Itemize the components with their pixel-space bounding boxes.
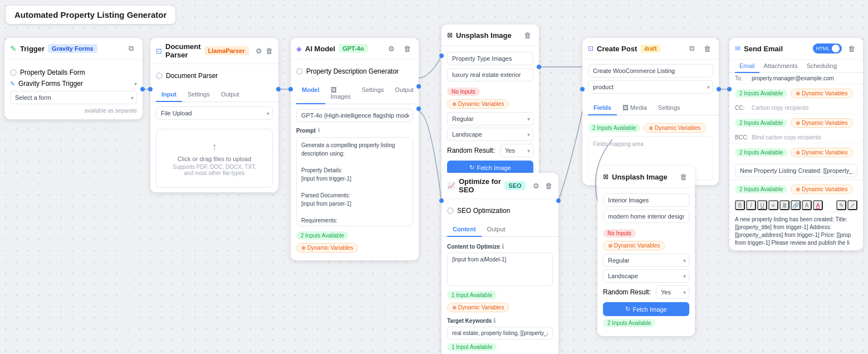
doc-parser-upload-area[interactable]: ↑ Click or drag files to upload Supports… (156, 129, 273, 188)
html-toggle[interactable]: HTML (813, 43, 842, 54)
send-email-bcc-placeholder[interactable]: Blind carbon copy recipients (752, 134, 857, 140)
ai-model-prompt-textarea[interactable]: Generate a compelling property listing d… (296, 137, 413, 226)
doc-parser-radio[interactable] (156, 72, 163, 79)
send-email-body[interactable]: A new property listing has been created:… (729, 212, 863, 250)
create-post-status: 2 Inputs Available ⊕ Dynamic Variables (588, 123, 713, 133)
seo-tab-bar: Content Output (442, 222, 558, 237)
toolbar-font[interactable]: A (802, 200, 812, 210)
prompt-label-row: Prompt ℹ (296, 125, 413, 135)
send-email-cc-placeholder[interactable]: Carbon copy recipients (752, 105, 857, 111)
unsplash1-trash-btn[interactable]: 🗑 (521, 29, 533, 41)
create-post-inputs-badge: 2 Inputs Available (588, 124, 640, 132)
ai-model-tab-images[interactable]: 🖼 Images (325, 83, 356, 104)
trigger-form-select[interactable]: Select a form (10, 91, 137, 104)
ai-model-tab-model[interactable]: Model (296, 83, 325, 104)
document-parser-card: ⊡ Document Parser LlamaParser ⚙ 🗑 Docume… (150, 38, 278, 192)
trigger-available-label: available as separate (10, 108, 137, 114)
seo-keywords-status: 1 Input Available ⊕ Dynamic Variables (447, 343, 553, 354)
create-post-card: ⊡ Create Post draft ⧉ 🗑 product Fields 🖼… (582, 38, 719, 185)
unsplash1-search2[interactable] (447, 68, 533, 81)
toolbar-edit[interactable]: ✎ (836, 200, 846, 210)
unsplash1-search1[interactable] (447, 52, 533, 65)
send-email-tab-email[interactable]: Email (735, 60, 759, 73)
seo-trash-btn[interactable]: 🗑 (544, 180, 553, 192)
doc-parser-body: Document Parser (150, 64, 278, 88)
ai-model-status-row: 2 Inputs Available ⊕ Dynamic Variables (296, 231, 413, 253)
ai-model-tab-settings[interactable]: Settings (356, 83, 390, 104)
create-post-tab-fields[interactable]: Fields (588, 101, 617, 115)
unsplash1-orient1-select[interactable]: Regular (447, 112, 533, 125)
ai-model-tab-output[interactable]: Output (390, 83, 419, 104)
trigger-gravity-row: ✎ Gravity Forms Trigger ▾ (10, 80, 137, 88)
trigger-copy-btn[interactable]: ⧉ (125, 42, 137, 55)
seo-content-textarea[interactable]: [Input from aiModel-1] (447, 253, 553, 286)
doc-parser-file-select[interactable]: File Upload (156, 106, 273, 120)
doc-parser-tab-settings[interactable]: Settings (182, 88, 215, 102)
doc-parser-tab-input[interactable]: Input (156, 88, 182, 102)
doc-parser-tab-output[interactable]: Output (215, 88, 245, 102)
ai-model-radio[interactable] (296, 68, 303, 75)
toolbar-link[interactable]: 🔗 (791, 200, 801, 210)
seo-keywords-input[interactable] (447, 327, 553, 340)
trigger-icon: ✎ (10, 44, 17, 53)
create-post-copy-btn[interactable]: ⧉ (685, 42, 698, 55)
doc-parser-icon: ⊡ (156, 47, 162, 55)
send-email-tab-attachments[interactable]: Attachments (759, 60, 802, 73)
send-email-title: Send Email (744, 45, 783, 53)
seo-content-label-row: Content to Optimize ℹ (447, 241, 553, 251)
trigger-gravity-label: Gravity Forms Trigger (18, 80, 83, 88)
doc-parser-settings-btn[interactable]: ⚙ (256, 45, 262, 57)
unsplash1-status-row: No Inputs ⊕ Dynamic Variables (447, 88, 533, 109)
ai-model-header: ◈ AI Model GPT-4o ⚙ 🗑 (291, 38, 419, 60)
send-email-tab-scheduling[interactable]: Scheduling (802, 60, 841, 73)
toolbar-list[interactable]: ≡ (768, 200, 778, 210)
create-post-type-wrapper: product (588, 80, 713, 94)
send-email-cc-label: CC: (735, 105, 749, 111)
seo-tab-content[interactable]: Content (447, 222, 482, 237)
create-post-tab-settings[interactable]: Settings (653, 101, 686, 115)
trigger-radio[interactable] (10, 69, 17, 76)
unsplash1-orient2-select[interactable]: Landscape (447, 128, 533, 141)
unsplash2-search2[interactable] (603, 210, 689, 223)
unsplash2-fetch-btn[interactable]: ↻ Fetch Image (603, 302, 689, 316)
seo-radio[interactable] (447, 207, 454, 214)
doc-parser-trash-btn[interactable]: 🗑 (266, 45, 273, 57)
unsplash2-orient2-select[interactable]: Landscape (603, 269, 689, 283)
send-email-subject-input[interactable] (735, 164, 857, 177)
ai-model-trash-btn[interactable]: 🗑 (401, 42, 413, 55)
create-post-trash-btn[interactable]: 🗑 (701, 42, 713, 55)
toolbar-underline[interactable]: U (757, 200, 767, 210)
seo-radio-section: SEO Optimization (442, 199, 558, 222)
doc-parser-radio-label: Document Parser (166, 72, 218, 80)
send-email-bcc-dynamic: ⊕ Dynamic Variables (791, 148, 852, 157)
create-post-type-select[interactable]: product (588, 80, 713, 94)
ai-model-select[interactable]: GPT-4o (High-intelligence flagship model… (296, 109, 413, 122)
send-email-to-input[interactable] (752, 75, 857, 81)
ai-model-settings-btn[interactable]: ⚙ (385, 42, 398, 55)
seo-content-status: 1 Input Available ⊕ Dynamic Variables (447, 291, 553, 312)
toolbar-align[interactable]: ≣ (779, 200, 789, 210)
unsplash1-random-wrapper: Yes (500, 144, 533, 157)
unsplash1-random-select[interactable]: Yes (500, 144, 533, 157)
toolbar-expand[interactable]: ⤢ (847, 200, 857, 210)
send-email-bcc-row: BCC: Blind carbon copy recipients (729, 132, 863, 143)
unsplash2-random-select[interactable]: Yes (656, 285, 689, 299)
send-email-trash-btn[interactable]: 🗑 (845, 42, 857, 55)
html-label: HTML (815, 46, 831, 51)
toggle-circle (832, 45, 840, 52)
unsplash2-search1[interactable] (603, 193, 689, 207)
toolbar-bold[interactable]: B (735, 200, 745, 210)
toolbar-italic[interactable]: I (746, 200, 756, 210)
unsplash2-orient1-select[interactable]: Regular (603, 254, 689, 267)
trigger-form-label: Property Details Form (20, 69, 85, 76)
toolbar-color[interactable]: A (813, 200, 823, 210)
seo-tab-output[interactable]: Output (482, 222, 511, 237)
seo-settings-btn[interactable]: ⚙ (532, 180, 541, 192)
doc-parser-badge: LlamaParser (204, 46, 249, 55)
ai-model-radio-section: Property Description Generator (291, 60, 419, 83)
send-email-bcc-inputs: 2 Inputs Available (735, 148, 787, 157)
create-post-tab-media[interactable]: 🖼 Media (617, 101, 653, 115)
create-post-title-input[interactable] (588, 64, 713, 77)
unsplash2-trash-btn[interactable]: 🗑 (677, 171, 689, 183)
seo-keywords-info: ℹ (493, 317, 496, 324)
